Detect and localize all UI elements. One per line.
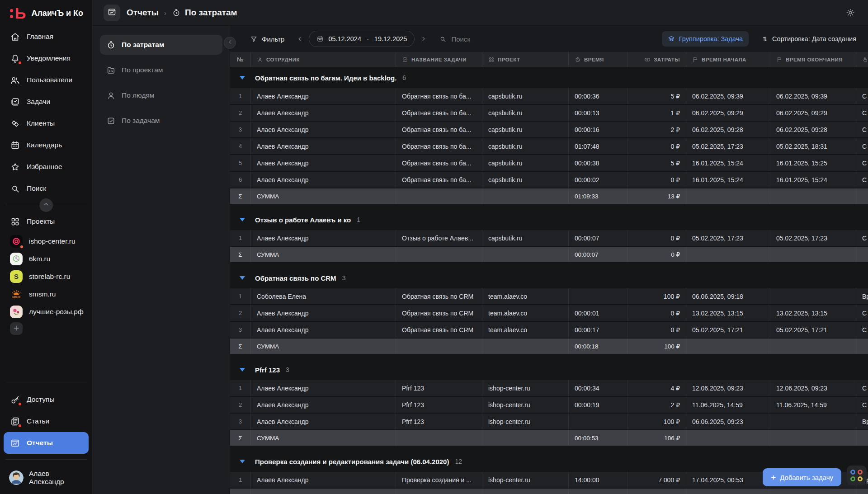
column-header-start[interactable]: ВРЕМЯ НАЧАЛА: [686, 52, 770, 67]
table-row[interactable]: 2Алаев АлександрPfrf 123ishop-center.ru0…: [230, 397, 868, 414]
group-title: Проверка создания и редактирования задач…: [255, 458, 449, 466]
table-row[interactable]: 1Соболева ЕленаОбратная связь по CRMteam…: [230, 288, 868, 305]
filter-button[interactable]: Фильтр: [250, 35, 284, 43]
cell-end: 06.02.2025, 09:29: [770, 105, 856, 121]
table-row[interactable]: 1Алаев АлександрОтзыв о работе Алаев...c…: [230, 230, 868, 247]
project-item-smsm[interactable]: СМС-Мsmsm.ru: [4, 285, 89, 303]
sum-cell-employee: СУММА: [251, 430, 396, 446]
date-range-picker[interactable]: 05.12.2024 - 19.12.2025: [309, 31, 415, 47]
report-type-by-tasks[interactable]: По задачам: [100, 111, 222, 131]
table-row[interactable]: 4Алаев АлександрОбратная связь по ба...c…: [230, 138, 868, 155]
sidebar-item-articles[interactable]: Статьи: [4, 410, 89, 432]
sum-cell-num: Σ: [230, 489, 251, 494]
sidebar-item-tasks[interactable]: Задачи: [4, 91, 89, 113]
sidebar-item-clients[interactable]: Клиенты: [4, 113, 89, 134]
cell-employee: Алаев Александр: [251, 172, 396, 188]
sidebar-item-reports[interactable]: Отчеты: [4, 432, 89, 454]
cell-time: 00:00:38: [569, 155, 627, 171]
project-item-storelab[interactable]: Sstorelab-rc.ru: [4, 268, 89, 285]
group-header[interactable]: Отзыв о работе Алаевъ и ко1: [230, 209, 868, 230]
chevron-left-icon: [227, 39, 233, 47]
sidebar-item-projects[interactable]: Проекты: [4, 211, 89, 232]
project-logo-smsm: СМС-М: [10, 288, 23, 301]
table-row[interactable]: 3Алаев АлександрОбратная связь по CRMtea…: [230, 322, 868, 339]
group-header[interactable]: Обратная связь по CRM3: [230, 268, 868, 288]
column-header-method[interactable]: [856, 52, 868, 67]
red-dot-icon: [858, 470, 863, 475]
report-type-by-projects[interactable]: По проектам: [100, 60, 222, 80]
project-name: smsm.ru: [29, 290, 56, 298]
breadcrumb-root[interactable]: Отчеты: [127, 8, 159, 18]
column-header-task[interactable]: НАЗВАНИЕ ЗАДАЧИ: [396, 52, 482, 67]
table-row[interactable]: 3Алаев АлександрОбратная связь по ба...c…: [230, 122, 868, 138]
sorting-label: Сортировка: Дата создания: [772, 35, 856, 42]
sum-cell-time: 01:09:33: [569, 188, 627, 204]
cell-time: [569, 288, 627, 304]
column-header-end[interactable]: ВРЕМЯ ОКОНЧАНИЯ: [770, 52, 856, 67]
table-row[interactable]: 3Алаев АлександрPfrf 123ishop-center.ru1…: [230, 414, 868, 430]
add-task-button[interactable]: + Добавить задачу: [763, 468, 841, 486]
report-type-by-costs[interactable]: По затратам: [100, 35, 222, 55]
sidebar-item-access[interactable]: Доступы: [4, 389, 89, 410]
brand[interactable]: Ь АлаичЪ и Ко: [0, 0, 92, 26]
search-input[interactable]: [451, 35, 533, 43]
sidebar-item-notifications[interactable]: Уведомления: [4, 47, 89, 69]
panel-collapse-button[interactable]: [224, 37, 236, 49]
cell-end: 05.02.2025, 17:23: [770, 230, 856, 246]
column-header-num[interactable]: №: [230, 52, 251, 67]
project-item-6km[interactable]: 66km.ru: [4, 250, 89, 268]
group-header[interactable]: Обратная связь по багам. Идеи в backlog.…: [230, 67, 868, 88]
sum-cell-project: [482, 489, 569, 494]
table-row[interactable]: 2Алаев АлександрОбратная связь по ба...c…: [230, 105, 868, 122]
table-row[interactable]: 5Алаев АлександрОбратная связь по ба...c…: [230, 155, 868, 172]
report-type-label: По затратам: [122, 41, 164, 49]
table-row[interactable]: 6Алаев АлександрОбратная связь по ба...c…: [230, 172, 868, 188]
settings-button[interactable]: [845, 8, 855, 18]
cell-start: 13.02.2025, 13:15: [686, 305, 770, 321]
table-row[interactable]: 1Алаев АлександрОбратная связь по ба...c…: [230, 88, 868, 105]
sidebar-item-label: Задачи: [27, 98, 50, 106]
person-icon: [257, 56, 263, 63]
sum-cell-task: [396, 339, 482, 354]
sorting-button[interactable]: Сортировка: Дата создания: [761, 35, 856, 42]
column-header-time[interactable]: ВРЕМЯ: [569, 52, 627, 67]
apps-widget-button[interactable]: [847, 466, 867, 485]
bell-icon: [10, 53, 20, 64]
project-item-roses[interactable]: лучшие-розы.рф: [4, 303, 89, 320]
sum-cell-project: [482, 247, 569, 262]
date-prev-button[interactable]: [296, 35, 303, 42]
sidebar-item-search[interactable]: Поиск: [4, 178, 89, 199]
sidebar-item-calendar[interactable]: Календарь: [4, 134, 89, 156]
column-header-project[interactable]: ПРОЕКТ: [482, 52, 569, 67]
sidebar-collapse-button[interactable]: [39, 198, 53, 212]
reports-page-icon[interactable]: [104, 5, 120, 21]
sum-cell-num: Σ: [230, 430, 251, 446]
sum-cell-employee: СУММА: [251, 247, 396, 262]
group-count: 6: [402, 74, 406, 81]
cell-method: С: [856, 397, 868, 413]
sidebar-item-home[interactable]: Главная: [4, 26, 89, 47]
column-header-employee[interactable]: СОТРУДНИК: [251, 52, 396, 67]
report-type-by-people[interactable]: По людям: [100, 85, 222, 105]
column-header-cost[interactable]: ЗАТРАТЫ: [627, 52, 686, 67]
table-row[interactable]: 1Алаев АлександрPfrf 123ishop-center.ru0…: [230, 380, 868, 397]
notification-dot: [19, 245, 24, 249]
sidebar-item-users[interactable]: Пользователи: [4, 69, 89, 91]
sidebar-item-favorites[interactable]: Избранное: [4, 156, 89, 178]
cell-time: 00:00:01: [569, 305, 627, 321]
add-project-button[interactable]: [10, 322, 23, 335]
project-item-ishop-center[interactable]: ishop-center.ru: [4, 232, 89, 250]
cell-time: [569, 414, 627, 429]
cell-end: 06.02.2025, 09:39: [770, 88, 856, 104]
table-row[interactable]: 2Алаев АлександрОбратная связь по CRMtea…: [230, 305, 868, 322]
date-next-button[interactable]: [420, 35, 427, 42]
group-header[interactable]: Pfrf 1233: [230, 359, 868, 380]
brand-logo-icon: Ь: [10, 7, 26, 19]
cell-task: Обратная связь по CRM: [396, 305, 482, 321]
grouping-button[interactable]: Группировка: Задача: [662, 31, 749, 47]
cell-num: 1: [230, 380, 251, 396]
sidebar-item-label: Уведомления: [27, 54, 71, 62]
cell-task: Обратная связь по ба...: [396, 88, 482, 104]
user-menu[interactable]: Алаев Александр: [0, 465, 92, 494]
group-count: 1: [357, 216, 360, 223]
